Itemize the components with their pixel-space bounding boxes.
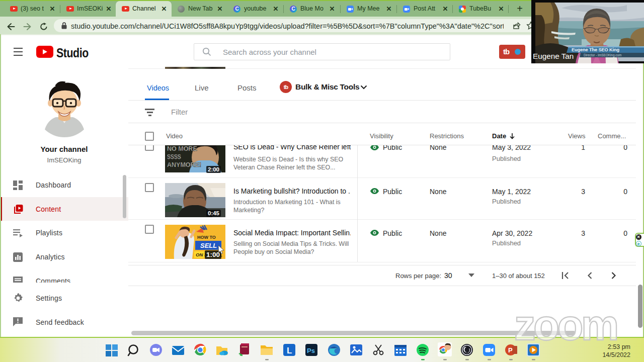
svg-text:Eugene The SEO King: Eugene The SEO King — [572, 47, 619, 52]
svg-text:P: P — [508, 346, 513, 354]
svg-text:14/5/2022: 14/5/2022 — [602, 351, 630, 358]
svg-text:Ps: Ps — [307, 347, 315, 354]
svg-text:L: L — [287, 346, 292, 355]
svg-text:Director - ImSEOKing.com: Director - ImSEOKing.com — [584, 53, 621, 57]
svg-text:Eugene Tan: Eugene Tan — [533, 52, 574, 60]
